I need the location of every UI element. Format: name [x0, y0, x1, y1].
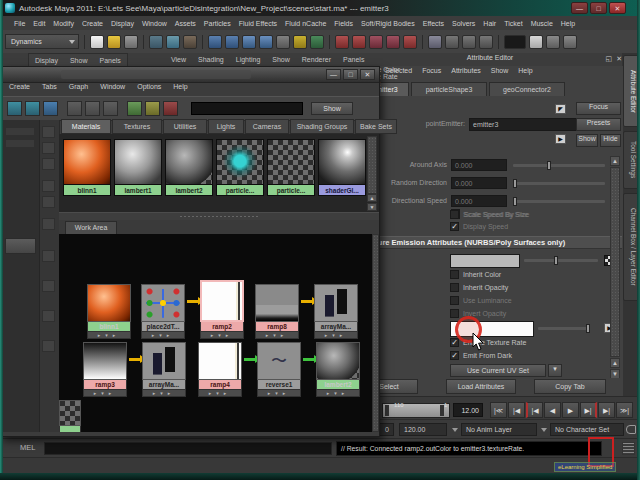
menu-modify[interactable]: Modify: [49, 20, 78, 27]
menu-fluid-effects[interactable]: Fluid Effects: [235, 20, 281, 27]
menu-effects[interactable]: Effects: [419, 20, 448, 27]
viewport-menu-panels[interactable]: Panels: [337, 56, 370, 63]
material-swatch[interactable]: particle...: [216, 139, 264, 196]
hs-tab-materials[interactable]: Materials: [61, 119, 111, 134]
magnet5-icon[interactable]: [403, 35, 417, 49]
create-node-icon[interactable]: [42, 310, 55, 322]
channelbox-toggle-icon[interactable]: [546, 35, 560, 49]
hs-menu-help[interactable]: Help: [167, 83, 193, 95]
hs-menu-graph[interactable]: Graph: [63, 83, 94, 95]
display-speed-checkbox[interactable]: ✓: [450, 222, 459, 231]
create-node-icon[interactable]: [42, 126, 55, 138]
hs-tab-cameras[interactable]: Cameras: [245, 119, 289, 134]
hs-menu-window[interactable]: Window: [94, 83, 131, 95]
viewport-menu-view[interactable]: View: [165, 56, 192, 63]
hs-menu-tabs[interactable]: Tabs: [36, 83, 63, 95]
swatch-scroll-up-icon[interactable]: ▲: [367, 194, 377, 202]
node-expand-controls[interactable]: [316, 390, 360, 397]
save-scene-icon[interactable]: [124, 35, 138, 49]
node-partial-checker[interactable]: [59, 400, 81, 432]
playback-end-field[interactable]: 120.00: [399, 423, 447, 436]
material-swatch[interactable]: blinn1: [63, 139, 111, 196]
hs-clear-graph-icon[interactable]: [67, 101, 82, 116]
ae-menu-selected[interactable]: Selected: [380, 67, 417, 79]
hs-tab-bake-sets[interactable]: Bake Sets: [355, 119, 397, 134]
node-expand-controls[interactable]: [314, 332, 358, 339]
hypershade-maximize-button[interactable]: □: [343, 69, 358, 80]
sidebar-toggle-icon[interactable]: [529, 35, 543, 49]
point-emitter-field[interactable]: emitter3: [469, 118, 581, 131]
hypershade-minimize-button[interactable]: —: [326, 69, 341, 80]
create-bar-row[interactable]: [6, 128, 34, 135]
script-editor-icon[interactable]: [622, 442, 635, 455]
menu-fields[interactable]: Fields: [330, 20, 357, 27]
presets-button[interactable]: Presets: [576, 118, 621, 131]
work-area-tab[interactable]: Work Area: [65, 221, 117, 234]
command-result-field[interactable]: // Result: Connected ramp2.outColor to e…: [336, 441, 602, 456]
menu-muscle[interactable]: Muscle: [527, 20, 557, 27]
ae-menu-attributes[interactable]: Attributes: [446, 67, 486, 79]
range-start-handle[interactable]: [385, 405, 389, 416]
menu-display[interactable]: Display: [107, 20, 138, 27]
select-hierarchy-icon[interactable]: [149, 35, 163, 49]
create-node-icon[interactable]: [42, 218, 55, 230]
hs-search-input[interactable]: [191, 102, 303, 115]
inherit-color-checkbox[interactable]: [450, 270, 459, 279]
menu-file[interactable]: File: [10, 20, 29, 27]
random-direction-field[interactable]: 0.000: [451, 177, 507, 189]
input-connections-icon[interactable]: [293, 35, 307, 49]
menu-set-dropdown[interactable]: Dynamics: [5, 34, 79, 49]
node-ramp4[interactable]: ramp4: [198, 342, 242, 397]
mel-input-field[interactable]: [44, 442, 332, 455]
directional-speed-field[interactable]: 0.000: [451, 195, 507, 207]
hide-button[interactable]: Hide: [600, 134, 621, 147]
load-attributes-button[interactable]: Load Attributes: [446, 379, 516, 394]
ae-scroll-up-icon[interactable]: ▲: [610, 156, 620, 166]
sidebar-tab-attribute-editor[interactable]: Attribute Editor: [623, 55, 638, 127]
menu-particles[interactable]: Particles: [200, 20, 235, 27]
scale-speed-by-size-checkbox[interactable]: [450, 210, 459, 219]
history-icon[interactable]: [276, 35, 290, 49]
node-lambert2[interactable]: lambert2: [316, 342, 360, 397]
render-current-icon[interactable]: [445, 35, 459, 49]
invert-opacity-checkbox[interactable]: [450, 309, 459, 318]
dropdown-arrow-icon[interactable]: [541, 428, 547, 432]
snap-grid-icon[interactable]: [208, 35, 222, 49]
slider-handle[interactable]: [547, 161, 551, 170]
ipr-render-icon[interactable]: [462, 35, 476, 49]
hs-input-connections-icon[interactable]: [127, 101, 142, 116]
hs-rearrange-graph-icon[interactable]: [85, 101, 100, 116]
create-node-icon[interactable]: [42, 180, 55, 192]
sidebar-tab-tool-settings[interactable]: Tool Settings: [623, 131, 638, 189]
create-node-icon[interactable]: [42, 196, 55, 208]
ae-tab-particleshape3[interactable]: particleShape3: [411, 82, 487, 96]
current-time-field[interactable]: 12.00: [453, 403, 483, 417]
ae-tab-geoconnector2[interactable]: geoConnector2: [489, 82, 565, 96]
ae-menu-focus[interactable]: Focus: [417, 67, 446, 79]
material-swatch[interactable]: lambert2: [165, 139, 213, 196]
create-bar-button[interactable]: [5, 238, 36, 254]
maximize-button[interactable]: □: [590, 2, 607, 14]
node-expand-controls[interactable]: [255, 332, 299, 339]
node-expand-controls[interactable]: [257, 390, 301, 397]
close-button[interactable]: ✕: [609, 2, 626, 14]
anim-layer-dropdown[interactable]: No Anim Layer: [461, 423, 537, 436]
create-node-icon[interactable]: [42, 142, 55, 154]
new-scene-icon[interactable]: [90, 35, 104, 49]
viewport-menu-renderer[interactable]: Renderer: [296, 56, 337, 63]
particle-color-swatch[interactable]: [450, 254, 520, 268]
magnet2-icon[interactable]: [352, 35, 366, 49]
around-axis-slider[interactable]: [513, 164, 605, 167]
play-backwards-button[interactable]: ◀: [544, 402, 561, 418]
menu-fluid-ncache[interactable]: Fluid nCache: [281, 20, 330, 27]
ae-vertical-scrollbar[interactable]: [610, 167, 620, 357]
node-expand-controls[interactable]: [141, 332, 185, 339]
minimize-button[interactable]: —: [571, 2, 588, 14]
swatch-scroll-down-icon[interactable]: ▼: [367, 203, 377, 211]
open-scene-icon[interactable]: [107, 35, 121, 49]
menu-ticket[interactable]: Ticket: [500, 20, 526, 27]
inherit-opacity-checkbox[interactable]: [450, 283, 459, 292]
node-ramp8[interactable]: ramp8: [255, 284, 299, 339]
use-luminance-checkbox[interactable]: [450, 296, 459, 305]
go-to-end-button[interactable]: ≫|: [616, 402, 633, 418]
